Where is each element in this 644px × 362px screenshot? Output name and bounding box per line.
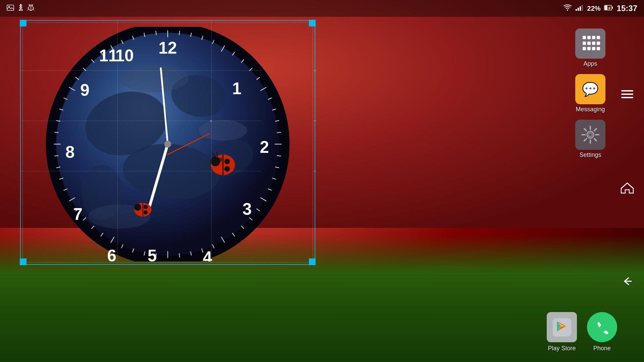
svg-line-52 <box>277 156 281 156</box>
playstore-app-item[interactable]: Play Store <box>547 312 577 352</box>
grid-line-h1 <box>20 70 262 71</box>
android-debug-icon <box>28 4 34 13</box>
grid-dot <box>587 42 591 45</box>
clock-face: 12 1 2 3 4 5 6 7 8 9 10 11 <box>34 27 302 261</box>
settings-label: Settings <box>579 152 601 159</box>
messaging-label: Messaging <box>576 106 605 113</box>
app-column: Apps 💬 Messaging <box>564 27 617 160</box>
svg-line-130 <box>584 129 586 131</box>
home-button[interactable] <box>621 182 634 195</box>
usb-icon <box>18 4 23 13</box>
svg-line-133 <box>584 139 586 141</box>
phone-label: Phone <box>593 345 611 352</box>
playstore-icon-box <box>547 312 577 342</box>
grid-line-v2 <box>211 20 212 265</box>
svg-text:⚡: ⚡ <box>607 6 612 10</box>
svg-line-80 <box>54 156 58 156</box>
svg-rect-16 <box>576 9 577 11</box>
statusbar-left-icons <box>7 4 34 13</box>
grid-line-v1 <box>117 20 118 265</box>
statusbar-right: 22% ⚡ 15:37 <box>563 4 637 13</box>
hamburger-line-2 <box>621 94 633 95</box>
grid-dot <box>592 36 595 39</box>
svg-line-95 <box>156 31 156 35</box>
svg-point-116 <box>218 158 222 162</box>
messaging-app-item[interactable]: 💬 Messaging <box>574 72 607 115</box>
playstore-icon <box>553 318 571 337</box>
grid-dot <box>592 47 595 50</box>
svg-rect-18 <box>580 6 581 11</box>
grid-cross-3: + <box>313 118 316 124</box>
svg-rect-17 <box>578 8 579 11</box>
settings-app-item[interactable]: Settings <box>574 118 607 160</box>
grid-line-h3 <box>20 171 262 171</box>
svg-text:10: 10 <box>115 46 134 65</box>
messaging-icon-box: 💬 <box>575 74 605 104</box>
svg-text:8: 8 <box>65 143 74 161</box>
grid-dot <box>592 42 595 45</box>
grid-line-h2 <box>20 121 262 121</box>
svg-point-5 <box>19 9 20 11</box>
statusbar: 22% ⚡ 15:37 <box>0 0 644 17</box>
svg-point-33 <box>199 120 247 141</box>
svg-text:4: 4 <box>203 248 212 261</box>
svg-point-12 <box>32 4 33 5</box>
svg-text:2: 2 <box>260 138 269 156</box>
svg-point-112 <box>211 157 220 166</box>
settings-icon-box <box>575 120 605 150</box>
grid-dot <box>587 47 591 50</box>
svg-text:11: 11 <box>99 46 117 65</box>
grid-cross-2: + <box>313 68 316 74</box>
hamburger-line-3 <box>621 97 633 98</box>
hamburger-menu[interactable] <box>619 87 636 101</box>
home-icon <box>621 182 634 194</box>
svg-line-13 <box>28 9 29 10</box>
grid-dot <box>583 47 586 50</box>
wifi-icon <box>563 4 572 13</box>
hamburger-line-1 <box>621 90 633 92</box>
phone-icon <box>595 320 610 335</box>
svg-point-122 <box>144 205 148 209</box>
svg-line-82 <box>54 132 58 132</box>
svg-text:6: 6 <box>107 246 116 261</box>
grid-dot <box>583 42 586 45</box>
grid-cross-4: + <box>313 168 316 174</box>
svg-text:12: 12 <box>159 39 177 57</box>
bottom-icons: Play Store Phone <box>547 312 617 352</box>
back-button[interactable] <box>621 276 633 288</box>
phone-app-item[interactable]: Phone <box>587 312 617 352</box>
svg-line-50 <box>277 132 281 132</box>
svg-point-120 <box>134 204 141 211</box>
svg-rect-23 <box>612 7 613 9</box>
svg-line-131 <box>594 139 596 141</box>
nav-icons-column <box>617 20 637 362</box>
svg-line-132 <box>594 129 596 131</box>
apps-label: Apps <box>583 60 597 67</box>
grid-dot <box>597 42 600 45</box>
svg-point-15 <box>567 9 568 10</box>
grid-dot <box>587 36 591 39</box>
phone-icon-box <box>587 312 617 342</box>
grid-dot <box>597 36 600 39</box>
clock-widget[interactable]: 12 1 2 3 4 5 6 7 8 9 10 11 <box>34 27 302 261</box>
svg-text:9: 9 <box>80 81 89 99</box>
battery-percent: 22% <box>587 5 601 12</box>
svg-point-32 <box>119 65 189 92</box>
apps-app-item[interactable]: Apps <box>574 27 607 69</box>
svg-text:3: 3 <box>243 200 252 218</box>
playstore-label: Play Store <box>548 345 576 352</box>
battery-icon: ⚡ <box>604 4 613 13</box>
svg-point-123 <box>144 210 148 215</box>
svg-point-135 <box>589 133 592 136</box>
apps-grid-icon <box>579 32 602 55</box>
apps-icon-box <box>575 28 605 59</box>
grid-cross-1: + <box>209 118 212 124</box>
grid-dot <box>597 47 600 50</box>
back-icon <box>621 276 633 287</box>
svg-point-11 <box>30 4 31 5</box>
svg-line-14 <box>33 9 34 10</box>
svg-line-65 <box>179 253 179 257</box>
clock-time: 15:37 <box>617 4 637 13</box>
image-icon <box>7 5 14 12</box>
svg-line-37 <box>179 31 179 35</box>
